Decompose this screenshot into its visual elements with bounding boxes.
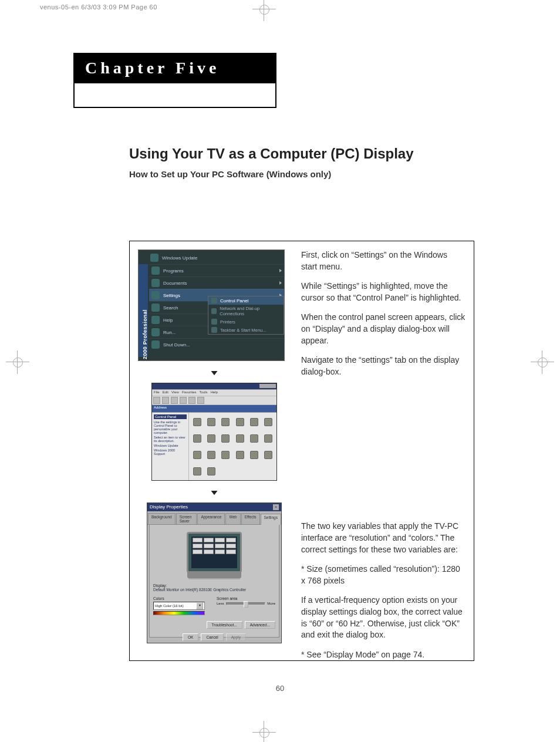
cp-address-bar: Address [152, 405, 276, 413]
tab-effects: Effects [241, 513, 260, 524]
step-text: Navigate to the “settings” tab on the di… [301, 355, 465, 377]
arrow-down-icon [138, 361, 291, 383]
tab-appearance: Appearance [197, 513, 225, 524]
folders-icon [188, 397, 195, 404]
os-band-label: Windows 2000 Professional [142, 298, 148, 361]
detail-text: * Size (sometimes called “resolution”): … [301, 564, 465, 586]
start-menu-os-band: Windows 2000 Professional [139, 264, 148, 357]
ok-button: OK [183, 633, 198, 641]
chevron-down-icon: ▾ [196, 602, 203, 609]
tab-settings: Settings [261, 514, 282, 525]
cp-side-panel: Control Panel Use the settings in Contro… [152, 413, 189, 480]
dp-titlebar: Display Properties × [147, 503, 281, 511]
cp-icon [219, 431, 232, 446]
settings-icon [151, 291, 160, 299]
monitor-preview-icon [187, 532, 242, 573]
cancel-button: Cancel [201, 633, 223, 641]
cp-icon [248, 431, 261, 446]
apply-button: Apply [226, 633, 246, 641]
tab-screensaver: Screen Saver [176, 513, 197, 524]
display-label: Display: [153, 584, 275, 588]
chevron-right-icon [279, 281, 282, 285]
cp-icon [233, 447, 246, 463]
help-icon [151, 316, 160, 324]
arrow-down-icon [138, 481, 291, 502]
start-windows-update: Windows Update [162, 255, 197, 261]
manual-page: venus-05-en 6/3/03 3:09 PM Page 60 Chapt… [0, 0, 560, 742]
taskbar-icon [211, 327, 217, 333]
shutdown-icon [151, 340, 160, 349]
settings-submenu: Control Panel Network and Dial-up Connec… [208, 296, 284, 335]
tab-web: Web [225, 513, 240, 524]
start-shutdown: Shut Down... [149, 338, 284, 350]
figure-control-panel: File Edit View Favorites Tools Help [151, 383, 277, 481]
cp-icon [233, 431, 246, 446]
cp-icon [248, 447, 261, 463]
registration-mark-bottom-icon [252, 721, 276, 742]
screen-area-group: Screen area Less More [217, 596, 275, 615]
history-icon [197, 397, 204, 404]
registration-mark-right-icon [531, 350, 554, 374]
page-number: 60 [0, 684, 560, 693]
cp-icon [248, 414, 261, 430]
cp-icon [191, 447, 204, 463]
instruction-text-column: First, click on “Settings” on the Window… [301, 249, 465, 669]
dp-settings-panel: Display: Default Monitor on Intel(R) 828… [149, 525, 279, 638]
tab-background: Background [148, 513, 176, 524]
printer-icon [211, 319, 217, 325]
cp-status-bar [152, 480, 276, 481]
windows-update-icon [150, 254, 158, 262]
content-frame: Windows Update Windows 2000 Professional… [129, 241, 474, 661]
search-icon [151, 303, 160, 312]
cp-icon [191, 431, 204, 446]
forward-icon [162, 397, 169, 404]
close-icon: × [273, 504, 279, 510]
up-icon [171, 397, 178, 404]
back-icon [153, 397, 160, 404]
search-tool-icon [180, 397, 187, 404]
cp-icon [191, 464, 204, 479]
programs-icon [151, 267, 160, 275]
cp-icon [262, 414, 275, 430]
cp-titlebar [152, 383, 276, 390]
colors-select: High Color (16 bit) ▾ [153, 602, 205, 610]
registration-mark-top-icon [252, 0, 276, 21]
section-subtitle: How to Set up Your PC Software (Windows … [129, 169, 331, 179]
troubleshoot-button: Troubleshoot... [207, 621, 242, 629]
cp-icon [262, 447, 275, 463]
cp-icon [205, 464, 218, 479]
advanced-button: Advanced... [245, 621, 275, 629]
figure-start-menu: Windows Update Windows 2000 Professional… [138, 249, 285, 361]
chapter-heading-block: Chapter Five [73, 53, 276, 108]
control-panel-icon [211, 298, 217, 303]
section-title: Using Your TV as a Computer (PC) Display [129, 146, 414, 162]
color-gradient-icon [153, 611, 205, 615]
cp-icon [205, 447, 218, 463]
submenu-taskbar: Taskbar & Start Menu... [208, 326, 284, 334]
detail-text: The two key variables that apply the TV-… [301, 521, 465, 555]
submenu-printers: Printers [208, 318, 284, 326]
cp-icon [233, 414, 246, 430]
cp-icon-grid [189, 413, 276, 480]
print-job-header: venus-05-en 6/3/03 3:09 PM Page 60 [40, 4, 157, 11]
documents-icon [151, 279, 160, 287]
step-text: When the control panel screen appears, c… [301, 312, 465, 346]
run-icon [151, 328, 160, 336]
submenu-network: Network and Dial-up Connections [208, 305, 284, 318]
chapter-label: Chapter Five [75, 54, 275, 83]
start-documents: Documents [149, 276, 284, 289]
cp-menubar: File Edit View Favorites Tools Help [152, 390, 276, 396]
figure-display-properties: Display Properties × Background Screen S… [147, 502, 282, 643]
step-text: First, click on “Settings” on the Window… [301, 249, 465, 272]
colors-group: Colors High Color (16 bit) ▾ [153, 596, 205, 615]
detail-text: * See “Display Mode” on page 74. [301, 649, 465, 661]
cp-icon [219, 414, 232, 430]
step-text: While “Settings” is highlighted, move th… [301, 281, 465, 303]
cp-toolbar [152, 396, 276, 405]
registration-mark-left-icon [6, 350, 29, 374]
cp-icon [205, 431, 218, 446]
dp-tabs: Background Screen Saver Appearance Web E… [147, 511, 281, 525]
cp-icon [262, 431, 275, 446]
start-programs: Programs [149, 264, 284, 276]
cp-icon [205, 414, 218, 430]
